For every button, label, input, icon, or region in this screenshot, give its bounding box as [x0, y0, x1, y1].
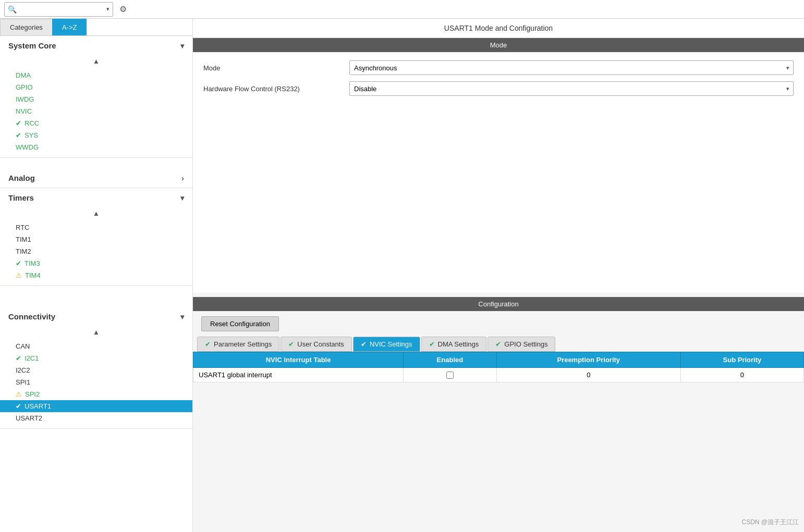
hw-flow-label: Hardware Flow Control (RS232) [203, 85, 349, 93]
analog-label: Analog [8, 174, 35, 182]
gear-icon[interactable]: ⚙ [119, 4, 127, 14]
tab-atoz[interactable]: A->Z [52, 19, 87, 35]
nvic-check-icon: ✔ [361, 340, 367, 348]
mode-section: Mode Mode Asynchronous ▾ Hardware Flow C… [193, 38, 804, 293]
tab-gpio-settings[interactable]: ✔ GPIO Settings [488, 337, 555, 352]
spacer-3 [0, 296, 192, 307]
nvic-settings-label: NVIC Settings [370, 340, 412, 348]
enabled-cell[interactable] [404, 368, 496, 382]
usart2-label: USART2 [16, 414, 42, 422]
content-area: USART1 Mode and Configuration Mode Mode … [193, 19, 804, 532]
system-core-scroll-up[interactable]: ▲ [0, 55, 192, 67]
config-section: Configuration Reset Configuration ✔ Para… [193, 297, 804, 382]
rtc-label: RTC [16, 224, 29, 231]
reset-config-button[interactable]: Reset Configuration [201, 316, 279, 331]
watermark: CSDN @混子王江江 [741, 518, 799, 527]
sidebar-item-rcc[interactable]: ✔ RCC [0, 117, 192, 129]
timers-items: RTC TIM1 TIM2 ✔ TIM3 ⚠ TIM4 [0, 219, 192, 286]
analog-header[interactable]: Analog › [0, 168, 192, 188]
mode-label: Mode [203, 64, 349, 72]
user-constants-check-icon: ✔ [288, 340, 294, 348]
connectivity-label: Connectivity [8, 312, 55, 321]
config-tabs: ✔ Parameter Settings ✔ User Constants ✔ … [193, 337, 804, 352]
sidebar-item-i2c1[interactable]: ✔ I2C1 [0, 352, 192, 364]
spi2-label: SPI2 [25, 390, 40, 398]
sidebar-item-tim2[interactable]: TIM2 [0, 245, 192, 257]
connectivity-header[interactable]: Connectivity ▾ [0, 307, 192, 326]
tab-bar: Categories A->Z [0, 19, 192, 36]
spi2-warn-icon: ⚠ [16, 390, 22, 398]
sidebar-item-i2c2[interactable]: I2C2 [0, 364, 192, 376]
col-sub-priority: Sub Priority [680, 352, 803, 368]
analog-chevron: › [181, 174, 184, 182]
system-core-label: System Core [8, 41, 56, 50]
sidebar-item-iwdg[interactable]: IWDG [0, 93, 192, 105]
usart1-check-icon: ✔ [16, 402, 21, 410]
sidebar-item-usart1[interactable]: ✔ USART1 [0, 400, 192, 412]
hw-flow-select-wrapper: Disable ▾ [349, 81, 794, 96]
sidebar-item-tim4[interactable]: ⚠ TIM4 [0, 269, 192, 281]
category-timers: Timers ▾ ▲ RTC TIM1 TIM2 ✔ TIM3 [0, 188, 192, 286]
sidebar-item-nvic[interactable]: NVIC [0, 105, 192, 117]
dma-settings-label: DMA Settings [438, 340, 479, 348]
rcc-check-icon: ✔ [16, 119, 21, 127]
tab-categories[interactable]: Categories [0, 19, 52, 35]
tab-user-constants[interactable]: ✔ User Constants [281, 337, 352, 352]
search-dropdown-icon[interactable]: ▾ [106, 6, 109, 13]
sidebar-item-tim3[interactable]: ✔ TIM3 [0, 257, 192, 269]
spacer-1 [0, 158, 192, 168]
timers-header[interactable]: Timers ▾ [0, 188, 192, 207]
col-enabled: Enabled [404, 352, 496, 368]
search-input[interactable] [19, 5, 106, 13]
usart1-label: USART1 [25, 402, 51, 410]
hw-flow-select[interactable]: Disable [349, 81, 794, 96]
spi1-label: SPI1 [16, 378, 30, 386]
sub-priority-cell: 0 [680, 368, 803, 382]
mode-body: Mode Asynchronous ▾ Hardware Flow Contro… [193, 52, 804, 110]
hw-flow-row: Hardware Flow Control (RS232) Disable ▾ [203, 81, 794, 96]
system-core-items: DMA GPIO IWDG NVIC ✔ RCC ✔ SYS [0, 67, 192, 157]
connectivity-chevron: ▾ [180, 313, 184, 321]
interrupt-name-cell: USART1 global interrupt [193, 368, 404, 382]
tim3-check-icon: ✔ [16, 259, 21, 267]
tab-parameter-settings[interactable]: ✔ Parameter Settings [197, 337, 279, 352]
sidebar-item-usart2[interactable]: USART2 [0, 412, 192, 424]
nvic-label: NVIC [16, 107, 32, 115]
tim4-label: TIM4 [25, 271, 41, 279]
mode-select-wrapper: Asynchronous ▾ [349, 60, 794, 75]
timers-chevron: ▾ [180, 194, 184, 202]
sidebar-item-spi1[interactable]: SPI1 [0, 376, 192, 388]
sidebar-item-sys[interactable]: ✔ SYS [0, 129, 192, 141]
tab-dma-settings[interactable]: ✔ DMA Settings [421, 337, 487, 352]
parameter-label: Parameter Settings [214, 340, 272, 348]
user-constants-label: User Constants [297, 340, 344, 348]
gpio-check-icon: ✔ [495, 340, 501, 348]
connectivity-items: CAN ✔ I2C1 I2C2 SPI1 ⚠ SPI2 ✔ [0, 338, 192, 428]
sidebar-item-gpio[interactable]: GPIO [0, 81, 192, 93]
can-label: CAN [16, 342, 30, 350]
sidebar-item-can[interactable]: CAN [0, 340, 192, 352]
sidebar-item-wwdg[interactable]: WWDG [0, 141, 192, 153]
wwdg-label: WWDG [16, 143, 39, 151]
tab-nvic-settings[interactable]: ✔ NVIC Settings [353, 337, 420, 352]
main-layout: Categories A->Z System Core ▾ ▲ DMA GPIO… [0, 19, 804, 532]
col-preemption: Preemption Priority [496, 352, 680, 368]
search-container: 🔍 ▾ [4, 2, 113, 17]
sidebar-item-dma[interactable]: DMA [0, 69, 192, 81]
connectivity-scroll-up[interactable]: ▲ [0, 326, 192, 338]
sidebar: Categories A->Z System Core ▾ ▲ DMA GPIO… [0, 19, 193, 532]
system-core-chevron: ▾ [180, 42, 184, 50]
sidebar-item-rtc[interactable]: RTC [0, 221, 192, 233]
sidebar-item-tim1[interactable]: TIM1 [0, 233, 192, 245]
sidebar-item-spi2[interactable]: ⚠ SPI2 [0, 388, 192, 400]
top-bar: 🔍 ▾ ⚙ [0, 0, 804, 19]
sys-label: SYS [25, 131, 38, 139]
col-nvic-interrupt: NVIC Interrupt Table [193, 352, 404, 368]
enabled-checkbox[interactable] [446, 372, 454, 379]
timers-scroll-up[interactable]: ▲ [0, 207, 192, 219]
i2c1-check-icon: ✔ [16, 354, 21, 362]
mode-select[interactable]: Asynchronous [349, 60, 794, 75]
tim4-warn-icon: ⚠ [16, 271, 22, 279]
system-core-header[interactable]: System Core ▾ [0, 36, 192, 55]
tim3-label: TIM3 [25, 259, 40, 267]
